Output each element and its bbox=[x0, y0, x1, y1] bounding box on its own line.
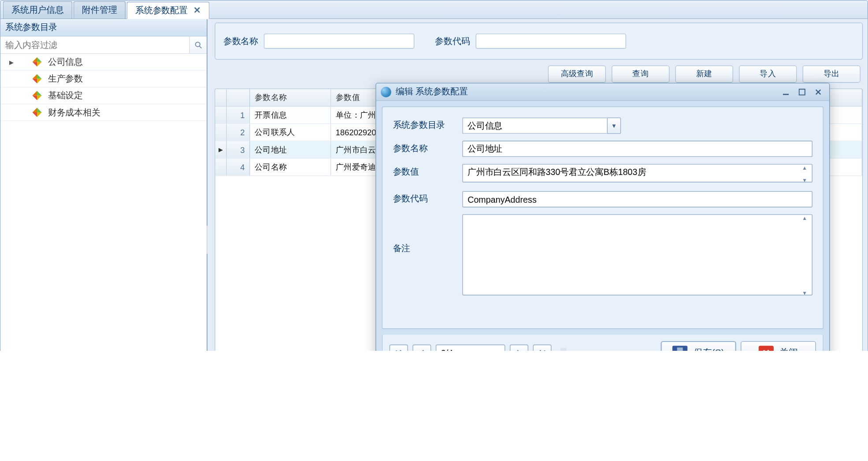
chevron-down-icon[interactable]: ▼ bbox=[607, 118, 621, 134]
diamond-icon bbox=[32, 107, 42, 118]
label-name: 参数名称 bbox=[393, 141, 463, 154]
row-pointer-icon: ▶ bbox=[215, 141, 227, 158]
note-input[interactable] bbox=[462, 214, 812, 295]
advanced-search-button[interactable]: 高级查询 bbox=[548, 65, 606, 82]
tree-item-label: 生产参数 bbox=[48, 73, 83, 84]
disk-icon bbox=[673, 346, 688, 351]
filter-field-code: 参数代码 bbox=[435, 33, 626, 48]
nav-last-button[interactable] bbox=[533, 344, 552, 351]
right-panel: 参数名称 参数代码 高级查询 查询 新建 导入 导出 参数名 bbox=[208, 19, 867, 351]
maximize-icon[interactable] bbox=[796, 86, 809, 97]
spinner-arrows[interactable]: ▲▼ bbox=[802, 216, 811, 296]
svg-marker-11 bbox=[37, 91, 42, 96]
svg-marker-5 bbox=[33, 62, 37, 67]
tree-item-basic[interactable]: 基础设定 bbox=[0, 87, 207, 104]
dialog-body: 系统参数目录 ▼ 参数名称 参数值 bbox=[382, 107, 823, 329]
label-directory: 系统参数目录 bbox=[393, 118, 463, 131]
svg-marker-17 bbox=[33, 112, 37, 117]
minimize-icon[interactable] bbox=[779, 86, 792, 97]
svg-line-1 bbox=[199, 46, 201, 48]
svg-marker-12 bbox=[37, 96, 42, 100]
expand-icon[interactable]: ▶ bbox=[4, 59, 19, 65]
grid-rownum: 3 bbox=[227, 141, 250, 158]
close-button-label: 关闭 bbox=[779, 347, 798, 351]
tree: ▶ 公司信息 生产参数 基础设定 bbox=[0, 54, 207, 351]
grid-header-pointer bbox=[215, 89, 227, 106]
spinner-arrows[interactable]: ▲▼ bbox=[802, 165, 811, 183]
tab-sysparam[interactable]: 系统参数配置 ✕ bbox=[127, 2, 210, 19]
grid-cell-name: 开票信息 bbox=[250, 107, 331, 123]
svg-rect-24 bbox=[799, 89, 805, 95]
filter-input-name[interactable] bbox=[264, 33, 414, 48]
grid-header-rownum bbox=[227, 89, 250, 106]
nav-first-button[interactable] bbox=[389, 344, 408, 351]
close-icon[interactable] bbox=[812, 86, 825, 97]
filter-label-code: 参数代码 bbox=[435, 36, 470, 45]
grid-cell-name: 公司联系人 bbox=[250, 124, 331, 141]
tree-item-finance[interactable]: 财务成本相关 bbox=[0, 104, 207, 121]
tree-search bbox=[0, 37, 207, 54]
form-row-value: 参数值 ▲▼ bbox=[393, 164, 812, 184]
tree-item-production[interactable]: 生产参数 bbox=[0, 71, 207, 87]
param-code-input[interactable] bbox=[462, 191, 812, 208]
tab-label: 系统参数配置 bbox=[135, 5, 187, 16]
svg-point-0 bbox=[195, 42, 200, 46]
filter-label-name: 参数名称 bbox=[223, 36, 258, 45]
filter-box: 参数名称 参数代码 bbox=[215, 22, 863, 59]
nav-next-button[interactable] bbox=[510, 344, 528, 351]
tab-label: 系统用户信息 bbox=[11, 5, 63, 16]
new-button[interactable]: 新建 bbox=[675, 65, 733, 82]
svg-marker-3 bbox=[37, 57, 42, 62]
svg-marker-4 bbox=[37, 62, 42, 67]
filter-input-code[interactable] bbox=[475, 33, 626, 48]
left-panel: 系统参数目录 ▶ 公司信息 生产 bbox=[0, 19, 208, 351]
nav-prev-button[interactable] bbox=[412, 344, 431, 351]
grid-rownum: 4 bbox=[227, 159, 250, 175]
svg-marker-16 bbox=[37, 112, 42, 117]
param-value-input[interactable] bbox=[462, 164, 812, 182]
label-code: 参数代码 bbox=[393, 191, 463, 204]
close-icon[interactable]: ✕ bbox=[193, 5, 201, 16]
grid-cell-name: 公司地址 bbox=[250, 141, 331, 158]
filter-field-name: 参数名称 bbox=[223, 33, 414, 48]
svg-marker-15 bbox=[37, 108, 42, 112]
tab-attachment[interactable]: 附件管理 bbox=[74, 1, 126, 19]
tab-label: 附件管理 bbox=[82, 5, 117, 16]
tab-strip: 系统用户信息 附件管理 系统参数配置 ✕ bbox=[0, 0, 867, 19]
edit-dialog: 编辑 系统参数配置 系统参数目录 ▼ bbox=[375, 83, 830, 351]
grid-rownum: 1 bbox=[227, 107, 250, 123]
search-icon[interactable] bbox=[189, 37, 206, 53]
label-value: 参数值 bbox=[393, 164, 463, 177]
toolbar: 高级查询 查询 新建 导入 导出 bbox=[215, 65, 863, 82]
diamond-icon bbox=[32, 57, 42, 67]
form-row-directory: 系统参数目录 ▼ bbox=[393, 118, 812, 134]
app-icon bbox=[381, 86, 391, 97]
directory-combo[interactable]: ▼ bbox=[462, 118, 812, 134]
directory-input[interactable] bbox=[462, 118, 607, 134]
main-window: 系统用户信息 附件管理 系统参数配置 ✕ 系统参数目录 ▶ bbox=[0, 0, 868, 351]
dialog-titlebar[interactable]: 编辑 系统参数配置 bbox=[376, 83, 829, 100]
svg-rect-23 bbox=[783, 93, 789, 95]
grid-rownum: 2 bbox=[227, 124, 250, 141]
export-button[interactable]: 导出 bbox=[803, 65, 861, 82]
save-button-label: 保存(S) bbox=[694, 347, 724, 351]
save-button[interactable]: 保存(S) bbox=[661, 341, 736, 351]
import-button[interactable]: 导入 bbox=[739, 65, 797, 82]
svg-marker-7 bbox=[37, 74, 42, 79]
tree-item-label: 公司信息 bbox=[48, 56, 83, 67]
search-button[interactable]: 查询 bbox=[612, 65, 669, 82]
nav-position-input[interactable] bbox=[436, 344, 505, 351]
tree-item-company[interactable]: ▶ 公司信息 bbox=[0, 54, 207, 71]
param-name-input[interactable] bbox=[462, 141, 812, 157]
form-row-code: 参数代码 bbox=[393, 191, 812, 208]
close-button[interactable]: ✕ 关闭 bbox=[741, 341, 816, 351]
print-icon[interactable] bbox=[556, 346, 571, 351]
tab-user-info[interactable]: 系统用户信息 bbox=[3, 1, 73, 19]
tree-search-input[interactable] bbox=[0, 37, 189, 53]
svg-marker-8 bbox=[37, 79, 42, 84]
grid-header-name[interactable]: 参数名称 bbox=[250, 89, 331, 106]
svg-marker-9 bbox=[33, 79, 37, 84]
label-note: 备注 bbox=[393, 214, 463, 254]
svg-marker-13 bbox=[33, 96, 37, 100]
grid-cell-name: 公司名称 bbox=[250, 159, 331, 175]
